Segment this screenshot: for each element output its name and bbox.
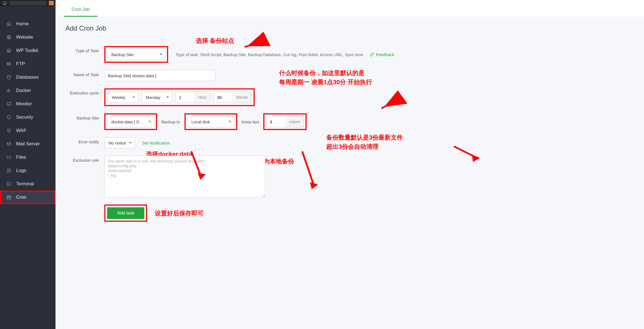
globe-icon [6,34,12,40]
mail-icon [6,141,12,147]
sidebar-item-label: FTP [16,61,25,67]
sidebar-item-label: Databases [16,74,39,80]
logs-icon [6,168,12,173]
annotation-text-when: 什么时候备份，如这里默认的是每周星期一 凌晨1点30分 开始执行 [279,68,372,87]
sidebar-menu: HomeWebsiteWP ToolkitFTPDatabasesDockerM… [0,6,55,204]
sidebar-item-label: WP Toolkit [16,48,38,53]
sidebar-item-cron[interactable]: Cron [0,191,55,204]
label-error-notify: Error notify [65,137,104,144]
sidebar-item-wp-toolkit[interactable]: WP Toolkit [0,44,55,57]
sidebar-item-docker[interactable]: Docker [0,84,55,97]
svg-rect-4 [7,63,11,64]
waf-icon [6,128,12,133]
svg-rect-5 [7,64,11,65]
header-spacer [9,1,47,5]
chevron-down-icon [148,121,151,123]
row-exclusion: Exclusion rule [65,156,634,197]
docker-icon [6,88,12,93]
row-type-of-task: Type of Task Backup Site Type of task: S… [65,46,634,63]
annotation-text-copies: 备份数量默认是3份最新文件超出3份会自动清理 [326,133,403,151]
header-badge [49,1,54,5]
sidebar-item-databases[interactable]: Databases [0,71,55,84]
sidebar-item-label: Files [16,154,26,160]
chevron-down-icon [166,96,169,98]
terminal-icon [6,181,12,187]
svg-rect-11 [7,143,11,145]
select-backup-site-value: docker.data [ Dock... [111,119,146,124]
shield-icon [6,114,12,120]
type-help-text: Type of task: Shell Script, Backup Site,… [175,52,363,57]
content: Add Cron Job 选择 备份站点 Type of Task Backup… [55,17,644,329]
label-type-of-task: Type of Task [65,46,104,53]
wp-icon [6,48,12,53]
edit-icon [370,52,374,57]
page-title: Add Cron Job [65,24,634,32]
select-error-notify[interactable]: No notice [104,137,135,148]
monitor-icon [6,101,12,107]
textarea-exclusion[interactable] [104,156,265,197]
label-keep-last: Keep last [241,119,260,124]
select-type-of-task[interactable]: Backup Site [107,49,165,60]
input-keep-last[interactable] [266,116,285,127]
select-backup-to-value: Local disk [191,119,210,124]
select-period[interactable]: Weekly [108,92,138,103]
row-name-of-task: Name of Task 什么时候备份，如这里默认的是每周星期一 凌晨1点30分… [65,70,634,81]
suffix-copies: copies [285,116,303,127]
add-task-button[interactable]: Add task [107,207,144,219]
svg-rect-9 [8,89,9,90]
annotation-text-type: 选择 备份站点 [196,36,234,45]
sidebar-item-label: Website [16,34,33,40]
svg-rect-1 [4,4,6,5]
sidebar: HomeWebsiteWP ToolkitFTPDatabasesDockerM… [0,0,55,329]
highlight-backup-site: docker.data [ Dock... [104,113,157,130]
select-day[interactable]: Monday [142,92,172,103]
highlight-type-of-task: Backup Site [104,46,168,63]
chevron-down-icon [129,142,132,144]
sidebar-item-security[interactable]: Security [0,111,55,124]
sidebar-item-label: Terminal [16,181,34,187]
label-exclusion: Exclusion rule [65,156,104,163]
select-backup-site[interactable]: docker.data [ Dock... [107,116,154,127]
input-name-of-task[interactable] [104,70,215,81]
select-day-value: Monday [146,95,160,100]
input-hour-group: Hour [175,92,210,103]
set-notification-link[interactable]: Set Notification [142,141,170,145]
label-backup-site: Backup Site [65,113,104,120]
chevron-down-icon [160,54,162,55]
svg-point-6 [7,75,11,77]
sidebar-item-ftp[interactable]: FTP [0,57,55,71]
sidebar-item-label: Monitor [16,101,32,107]
feedback-link[interactable]: Feedback [376,52,394,57]
suffix-minute: Minute [233,92,251,103]
svg-rect-14 [7,196,11,199]
tab-cronjob[interactable]: Cron Job [64,3,97,17]
sidebar-item-waf[interactable]: WAF [0,124,55,137]
select-period-value: Weekly [112,95,125,100]
highlight-add-task: Add task [104,205,147,222]
sidebar-item-logs[interactable]: Logs [0,164,55,177]
sidebar-item-home[interactable]: Home [0,17,55,31]
sidebar-item-mail-server[interactable]: Mail Server [0,137,55,151]
sidebar-item-monitor[interactable]: Monitor [0,97,55,111]
folder-icon [6,154,12,160]
highlight-exec-cycle: Weekly Monday Hour Minute [104,88,255,106]
svg-rect-7 [7,90,8,91]
sidebar-item-files[interactable]: Files [0,151,55,164]
db-icon [6,74,12,80]
sidebar-item-label: Cron [16,195,26,200]
sidebar-item-label: WAF [16,128,26,133]
select-backup-to[interactable]: Local disk [187,116,234,127]
sidebar-header [0,0,55,6]
label-name-of-task: Name of Task [65,70,104,77]
sidebar-item-label: Mail Server [16,141,40,147]
sidebar-item-label: Logs [16,168,26,173]
sidebar-item-website[interactable]: Website [0,31,55,44]
row-add-task: Add task 设置好后保存即可 [65,205,634,222]
svg-rect-13 [7,183,11,186]
sidebar-item-terminal[interactable]: Terminal [0,177,55,191]
chevron-down-icon [229,121,231,123]
annotation-text-save: 设置好后保存即可 [155,209,204,218]
input-hour[interactable] [176,92,195,103]
input-minute[interactable] [214,92,233,103]
suffix-hour: Hour [195,92,210,103]
